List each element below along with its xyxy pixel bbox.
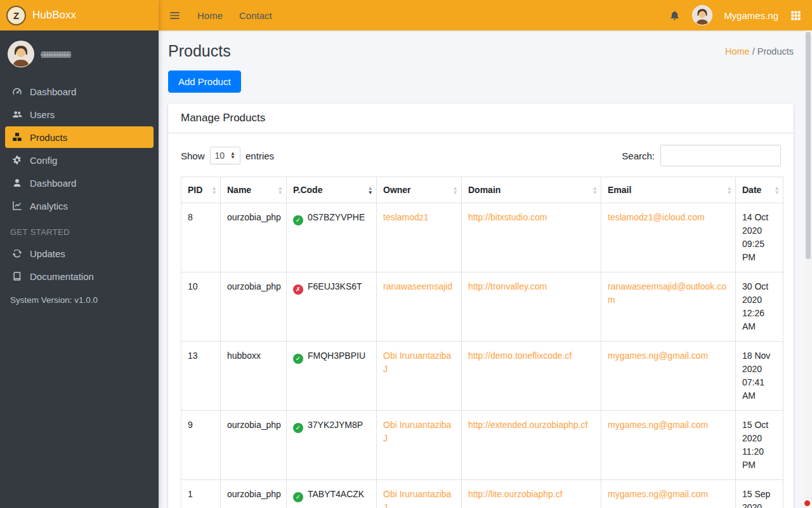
- sidebar-item-config[interactable]: Config: [5, 149, 154, 171]
- sidebar-user-panel[interactable]: (|||||||||||||||||||||||||||): [0, 30, 159, 77]
- sidebar-item-label: Documentation: [30, 271, 94, 282]
- cell-owner: Obi IruruantazibaJ: [377, 342, 462, 411]
- column-header-owner[interactable]: Owner▲▼: [377, 177, 462, 203]
- email-link[interactable]: ranawaseemsajid@outlook.com: [608, 281, 726, 305]
- domain-link[interactable]: http://bitxstudio.com: [468, 212, 547, 222]
- topnav-user-avatar[interactable]: [692, 5, 712, 25]
- sidebar-section-label: GET STARTED: [0, 217, 159, 239]
- check-circle-icon: [293, 215, 303, 225]
- column-label: PID: [188, 185, 202, 195]
- column-label: Domain: [468, 185, 501, 195]
- cell-name: ourzobia_php: [221, 480, 287, 508]
- sidebar-item-dashboard[interactable]: Dashboard: [5, 81, 154, 102]
- email-link[interactable]: teslamodz1@icloud.com: [608, 212, 705, 222]
- owner-link[interactable]: teslamodz1: [383, 212, 429, 222]
- cell-pcode: FMQH3PBPIU: [287, 342, 377, 411]
- cell-pid: 9: [181, 411, 221, 480]
- sidebar-item-label: Users: [30, 109, 55, 120]
- x-circle-icon: [293, 284, 303, 295]
- notifications-button[interactable]: [669, 10, 681, 22]
- column-header-pid[interactable]: PID▲▼: [181, 177, 221, 203]
- main-area: Home Contact Mygames.ng Products Home: [159, 0, 812, 508]
- brand-logo-icon: Z: [6, 6, 26, 25]
- nav-link-contact[interactable]: Contact: [239, 10, 272, 21]
- brand-name: HubBoxx: [32, 9, 76, 22]
- cell-pid: 10: [181, 272, 221, 342]
- column-header-email[interactable]: Email▲▼: [601, 177, 736, 203]
- column-label: Name: [227, 185, 251, 195]
- table-row: 10 ourzobia_php F6EUJ3KS6T ranawaseemsaj…: [181, 272, 783, 342]
- apps-grid-button[interactable]: [790, 10, 802, 22]
- sort-icon: ▲▼: [775, 186, 780, 194]
- brand[interactable]: Z HubBoxx: [0, 0, 159, 30]
- cell-pcode: TABYT4ACZK: [287, 480, 377, 508]
- email-link[interactable]: mygames.ng@gmail.com: [608, 351, 708, 361]
- cell-domain: http://bitxstudio.com: [462, 203, 601, 272]
- cell-email: mygames.ng@gmail.com: [601, 342, 736, 411]
- sidebar-item-label: Updates: [30, 248, 65, 259]
- show-label: Show: [181, 150, 205, 161]
- sidebar-item-products[interactable]: Products: [5, 126, 154, 148]
- sidebar-item-analytics[interactable]: Analytics: [5, 195, 154, 217]
- cell-email: mygames.ng@gmail.com: [601, 480, 736, 508]
- cell-pid: 1: [181, 480, 221, 508]
- grid-icon: [790, 10, 802, 22]
- red-indicator-dot: [804, 500, 810, 506]
- email-link[interactable]: mygames.ng@gmail.com: [608, 489, 708, 499]
- cell-date: 30 Oct 2020 12:26 AM: [736, 272, 783, 342]
- cell-domain: http://lite.ourzobiaphp.cf: [462, 480, 601, 508]
- topnav-user-name[interactable]: Mygames.ng: [724, 10, 778, 21]
- nav-link-home[interactable]: Home: [197, 10, 223, 21]
- scrollbar-thumb[interactable]: [806, 32, 811, 259]
- cell-name: ourzobia_php: [221, 203, 287, 272]
- cell-date: 14 Oct 2020 09:25 PM: [736, 203, 783, 272]
- cell-name: ourzobia_php: [221, 272, 287, 342]
- entries-select[interactable]: 10 ▲▼: [210, 147, 241, 164]
- app-root: Z HubBoxx (|||||||||||||||||||||||||||) …: [0, 0, 812, 508]
- domain-link[interactable]: http://lite.ourzobiaphp.cf: [468, 489, 563, 499]
- book-icon: [11, 271, 23, 282]
- sidebar-item-dashboard-2[interactable]: Dashboard: [5, 172, 154, 194]
- products-table: PID▲▼ Name▲▼ P.Code▲▼ Owner▲▼ Domain▲▼ E…: [181, 177, 783, 508]
- add-product-button[interactable]: Add Product: [168, 70, 241, 93]
- domain-link[interactable]: http://demo.toneflixcode.cf: [468, 351, 572, 361]
- sidebar-item-users[interactable]: Users: [5, 104, 154, 125]
- page-title: Products: [168, 42, 231, 60]
- menu-toggle-button[interactable]: [169, 10, 181, 22]
- sidebar-item-documentation[interactable]: Documentation: [5, 265, 154, 287]
- entries-value: 10: [215, 150, 225, 161]
- column-header-domain[interactable]: Domain▲▼: [462, 177, 601, 203]
- owner-link[interactable]: Obi IruruantazibaJ: [383, 351, 451, 374]
- entries-label: entries: [246, 150, 274, 161]
- search-input[interactable]: [660, 145, 781, 166]
- pcode-text: FMQH3PBPIU: [308, 351, 365, 361]
- column-header-name[interactable]: Name▲▼: [221, 177, 287, 203]
- sidebar-secondary-nav: Updates Documentation: [0, 242, 159, 288]
- breadcrumb-home-link[interactable]: Home: [725, 46, 750, 57]
- scrollbar-track[interactable]: [804, 30, 812, 508]
- cell-date: 18 Nov 2020 07:41 AM: [736, 342, 783, 411]
- column-header-date[interactable]: Date▲▼: [736, 177, 783, 203]
- bell-icon: [669, 10, 681, 22]
- pcode-text: TABYT4ACZK: [308, 489, 364, 499]
- cell-name: hubboxx: [221, 342, 287, 411]
- manage-products-card: Manage Products Show 10 ▲▼ entries S: [168, 104, 794, 508]
- pcode-text: 0S7BZYVPHE: [308, 212, 365, 222]
- cell-date: 15 Sep 2020: [736, 480, 783, 508]
- owner-link[interactable]: ranawaseemsajid: [383, 281, 452, 291]
- breadcrumb: Home / Products: [725, 46, 794, 57]
- column-label: Date: [742, 185, 761, 195]
- column-header-pcode[interactable]: P.Code▲▼: [287, 177, 377, 203]
- table-row: 1 ourzobia_php TABYT4ACZK Obi Iruruantaz…: [181, 480, 783, 508]
- sort-icon: ▲▼: [453, 186, 458, 194]
- sidebar-item-updates[interactable]: Updates: [5, 243, 154, 264]
- owner-link[interactable]: Obi IruruantazibaJ: [383, 420, 451, 443]
- domain-link[interactable]: http://tronvalley.com: [468, 281, 547, 291]
- sidebar: Z HubBoxx (|||||||||||||||||||||||||||) …: [0, 0, 159, 508]
- owner-link[interactable]: Obi IruruantazibaJ: [383, 489, 451, 508]
- gear-icon: [11, 154, 23, 166]
- cell-email: mygames.ng@gmail.com: [601, 411, 736, 480]
- cell-pid: 13: [181, 342, 221, 411]
- domain-link[interactable]: http://extended.ourzobiaphp.cf: [468, 420, 587, 430]
- email-link[interactable]: mygames.ng@gmail.com: [608, 420, 708, 430]
